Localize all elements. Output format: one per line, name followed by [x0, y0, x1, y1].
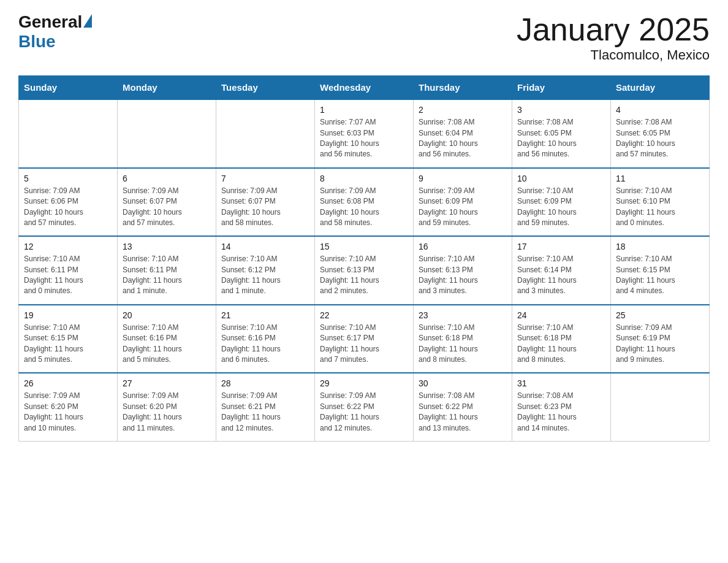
col-sunday: Sunday — [19, 76, 118, 100]
col-wednesday: Wednesday — [315, 76, 414, 100]
day-number: 24 — [517, 310, 605, 320]
day-number: 30 — [419, 378, 507, 388]
title-block: January 2025 Tlacomulco, Mexico — [517, 12, 710, 63]
table-row: 28Sunrise: 7:09 AMSunset: 6:21 PMDayligh… — [216, 373, 315, 441]
day-info: Sunrise: 7:10 AMSunset: 6:10 PMDaylight:… — [616, 186, 704, 229]
day-number: 18 — [616, 242, 704, 251]
day-number: 11 — [616, 174, 704, 183]
day-number: 8 — [320, 174, 408, 183]
day-info: Sunrise: 7:09 AMSunset: 6:09 PMDaylight:… — [419, 186, 507, 229]
table-row: 18Sunrise: 7:10 AMSunset: 6:15 PMDayligh… — [611, 236, 710, 305]
day-number: 5 — [24, 174, 112, 183]
table-row: 4Sunrise: 7:08 AMSunset: 6:05 PMDaylight… — [611, 99, 710, 168]
logo-general-text: General — [18, 12, 82, 32]
table-row: 13Sunrise: 7:10 AMSunset: 6:11 PMDayligh… — [118, 236, 216, 305]
day-info: Sunrise: 7:09 AMSunset: 6:07 PMDaylight:… — [221, 186, 309, 229]
day-info: Sunrise: 7:09 AMSunset: 6:07 PMDaylight:… — [123, 186, 211, 229]
table-row: 16Sunrise: 7:10 AMSunset: 6:13 PMDayligh… — [414, 236, 512, 305]
table-row: 31Sunrise: 7:08 AMSunset: 6:23 PMDayligh… — [512, 373, 611, 441]
day-info: Sunrise: 7:09 AMSunset: 6:22 PMDaylight:… — [320, 391, 408, 434]
day-number: 22 — [320, 310, 408, 320]
calendar-title: January 2025 — [517, 12, 710, 47]
day-number: 23 — [419, 310, 507, 320]
table-row: 5Sunrise: 7:09 AMSunset: 6:06 PMDaylight… — [19, 168, 118, 237]
day-info: Sunrise: 7:10 AMSunset: 6:13 PMDaylight:… — [320, 254, 408, 297]
col-saturday: Saturday — [611, 76, 710, 100]
day-info: Sunrise: 7:08 AMSunset: 6:04 PMDaylight:… — [419, 117, 507, 160]
day-info: Sunrise: 7:10 AMSunset: 6:16 PMDaylight:… — [123, 323, 211, 366]
day-number: 14 — [221, 242, 309, 251]
day-info: Sunrise: 7:10 AMSunset: 6:12 PMDaylight:… — [221, 254, 309, 297]
day-number: 28 — [221, 378, 309, 388]
day-info: Sunrise: 7:09 AMSunset: 6:19 PMDaylight:… — [616, 323, 704, 366]
table-row: 17Sunrise: 7:10 AMSunset: 6:14 PMDayligh… — [512, 236, 611, 305]
day-number: 16 — [419, 242, 507, 251]
table-row: 29Sunrise: 7:09 AMSunset: 6:22 PMDayligh… — [315, 373, 414, 441]
table-row: 27Sunrise: 7:09 AMSunset: 6:20 PMDayligh… — [118, 373, 216, 441]
table-row: 12Sunrise: 7:10 AMSunset: 6:11 PMDayligh… — [19, 236, 118, 305]
day-number: 9 — [419, 174, 507, 183]
table-row — [118, 99, 216, 168]
day-number: 12 — [24, 242, 112, 251]
table-row: 26Sunrise: 7:09 AMSunset: 6:20 PMDayligh… — [19, 373, 118, 441]
day-number: 4 — [616, 105, 704, 115]
table-row: 22Sunrise: 7:10 AMSunset: 6:17 PMDayligh… — [315, 305, 414, 373]
day-number: 27 — [123, 378, 211, 388]
col-tuesday: Tuesday — [216, 76, 315, 100]
day-info: Sunrise: 7:10 AMSunset: 6:09 PMDaylight:… — [517, 186, 605, 229]
day-info: Sunrise: 7:08 AMSunset: 6:23 PMDaylight:… — [517, 391, 605, 434]
day-info: Sunrise: 7:09 AMSunset: 6:20 PMDaylight:… — [123, 391, 211, 434]
table-row: 24Sunrise: 7:10 AMSunset: 6:18 PMDayligh… — [512, 305, 611, 373]
day-number: 19 — [24, 310, 112, 320]
day-number: 13 — [123, 242, 211, 251]
day-number: 25 — [616, 310, 704, 320]
calendar-week-row: 26Sunrise: 7:09 AMSunset: 6:20 PMDayligh… — [19, 373, 710, 441]
day-info: Sunrise: 7:10 AMSunset: 6:18 PMDaylight:… — [517, 323, 605, 366]
col-friday: Friday — [512, 76, 611, 100]
day-number: 29 — [320, 378, 408, 388]
table-row: 7Sunrise: 7:09 AMSunset: 6:07 PMDaylight… — [216, 168, 315, 237]
table-row: 30Sunrise: 7:08 AMSunset: 6:22 PMDayligh… — [414, 373, 512, 441]
day-info: Sunrise: 7:10 AMSunset: 6:13 PMDaylight:… — [419, 254, 507, 297]
day-info: Sunrise: 7:08 AMSunset: 6:05 PMDaylight:… — [616, 117, 704, 160]
table-row: 20Sunrise: 7:10 AMSunset: 6:16 PMDayligh… — [118, 305, 216, 373]
table-row: 6Sunrise: 7:09 AMSunset: 6:07 PMDaylight… — [118, 168, 216, 237]
calendar-subtitle: Tlacomulco, Mexico — [517, 47, 710, 63]
day-info: Sunrise: 7:09 AMSunset: 6:20 PMDaylight:… — [24, 391, 112, 434]
day-number: 2 — [419, 105, 507, 115]
logo: General Blue — [18, 12, 92, 52]
day-info: Sunrise: 7:07 AMSunset: 6:03 PMDaylight:… — [320, 117, 408, 160]
table-row: 3Sunrise: 7:08 AMSunset: 6:05 PMDaylight… — [512, 99, 611, 168]
calendar-week-row: 1Sunrise: 7:07 AMSunset: 6:03 PMDaylight… — [19, 99, 710, 168]
day-info: Sunrise: 7:10 AMSunset: 6:18 PMDaylight:… — [419, 323, 507, 366]
day-info: Sunrise: 7:10 AMSunset: 6:11 PMDaylight:… — [123, 254, 211, 297]
logo-triangle-icon — [83, 14, 92, 28]
day-number: 6 — [123, 174, 211, 183]
logo-blue-text: Blue — [18, 32, 92, 52]
table-row: 1Sunrise: 7:07 AMSunset: 6:03 PMDaylight… — [315, 99, 414, 168]
day-info: Sunrise: 7:10 AMSunset: 6:17 PMDaylight:… — [320, 323, 408, 366]
table-row — [19, 99, 118, 168]
day-info: Sunrise: 7:10 AMSunset: 6:14 PMDaylight:… — [517, 254, 605, 297]
table-row: 25Sunrise: 7:09 AMSunset: 6:19 PMDayligh… — [611, 305, 710, 373]
col-thursday: Thursday — [414, 76, 512, 100]
day-info: Sunrise: 7:10 AMSunset: 6:15 PMDaylight:… — [24, 323, 112, 366]
day-info: Sunrise: 7:09 AMSunset: 6:06 PMDaylight:… — [24, 186, 112, 229]
day-info: Sunrise: 7:09 AMSunset: 6:21 PMDaylight:… — [221, 391, 309, 434]
table-row: 11Sunrise: 7:10 AMSunset: 6:10 PMDayligh… — [611, 168, 710, 237]
table-row: 2Sunrise: 7:08 AMSunset: 6:04 PMDaylight… — [414, 99, 512, 168]
day-number: 10 — [517, 174, 605, 183]
table-row: 15Sunrise: 7:10 AMSunset: 6:13 PMDayligh… — [315, 236, 414, 305]
day-number: 3 — [517, 105, 605, 115]
calendar-header-row: Sunday Monday Tuesday Wednesday Thursday… — [19, 76, 710, 100]
day-number: 21 — [221, 310, 309, 320]
table-row — [216, 99, 315, 168]
day-number: 31 — [517, 378, 605, 388]
day-number: 7 — [221, 174, 309, 183]
day-info: Sunrise: 7:10 AMSunset: 6:11 PMDaylight:… — [24, 254, 112, 297]
day-number: 26 — [24, 378, 112, 388]
col-monday: Monday — [118, 76, 216, 100]
calendar-table: Sunday Monday Tuesday Wednesday Thursday… — [18, 75, 710, 442]
day-number: 1 — [320, 105, 408, 115]
day-info: Sunrise: 7:08 AMSunset: 6:05 PMDaylight:… — [517, 117, 605, 160]
